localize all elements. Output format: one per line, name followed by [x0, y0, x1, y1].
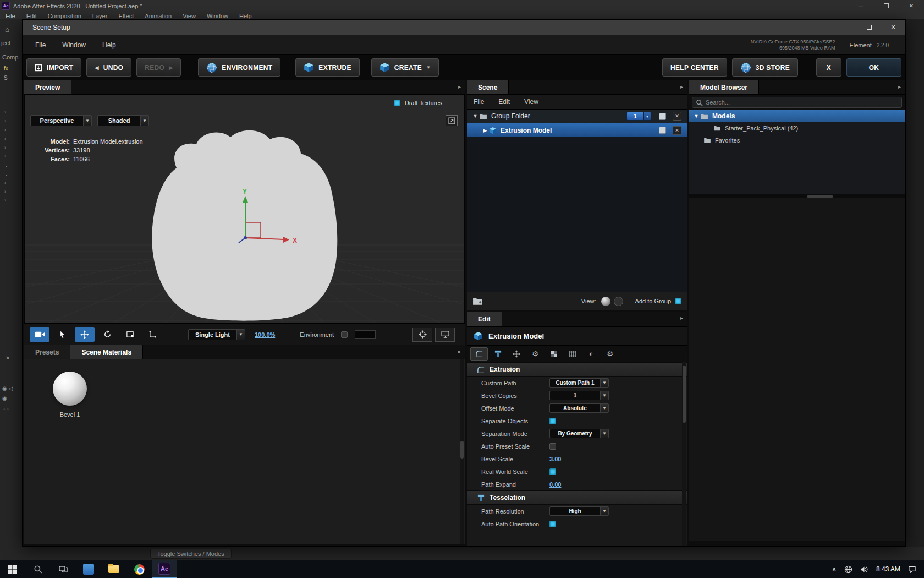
light-mode-dropdown[interactable]: Single Light▼ — [188, 329, 245, 340]
panel-expand-icon[interactable]: ▸ — [458, 348, 461, 355]
transform-tool-button[interactable] — [142, 327, 162, 342]
group-visibility-checkbox[interactable] — [659, 113, 666, 120]
path-expand-value[interactable]: 0.00 — [549, 481, 561, 488]
separation-mode-dropdown[interactable]: By Geometry▼ — [549, 429, 609, 438]
extrude-button[interactable]: EXTRUDE — [295, 58, 359, 77]
ae-close-icon[interactable]: ✕ — [899, 0, 924, 12]
scene-menu-file[interactable]: File — [474, 98, 484, 106]
ae-minimize-icon[interactable]: ─ — [848, 0, 873, 12]
auto-path-orientation-checkbox[interactable] — [549, 521, 556, 527]
camera-tool-button[interactable] — [30, 327, 50, 342]
tab-preview[interactable]: Preview — [24, 80, 72, 94]
task-view-button[interactable] — [51, 560, 76, 578]
ae-menu-composition[interactable]: Composition — [42, 13, 87, 19]
preview-viewport[interactable]: Y X Draft Textures Perspective▼ Shaded▼ — [24, 95, 465, 323]
menu-file[interactable]: File — [27, 41, 54, 49]
action-center-icon[interactable] — [908, 566, 916, 573]
path-resolution-dropdown[interactable]: High▼ — [549, 506, 609, 516]
environment-button[interactable]: ENVIRONMENT — [198, 58, 280, 77]
ae-menu-file[interactable]: File — [0, 13, 21, 19]
after-effects-taskbar-button[interactable]: Ae — [152, 560, 177, 578]
minimize-icon[interactable]: ─ — [833, 20, 857, 35]
tab-model-browser[interactable]: Model Browser — [689, 80, 759, 94]
light-intensity-value[interactable]: 100.0% — [255, 331, 275, 338]
bevel-scale-value[interactable]: 3.00 — [549, 456, 561, 462]
gear-icon[interactable]: ⚙ — [526, 347, 544, 361]
tree-row-group-folder[interactable]: ▼ Group Folder 1▼ ✕ — [467, 110, 687, 123]
draft-textures-checkbox[interactable] — [394, 100, 400, 106]
custom-path-dropdown[interactable]: Custom Path 1▼ — [549, 378, 609, 388]
fullscreen-button[interactable] — [446, 115, 458, 126]
tray-overflow-icon[interactable]: ∧ — [832, 565, 837, 573]
auto-preset-scale-checkbox[interactable] — [549, 443, 556, 450]
offset-mode-dropdown[interactable]: Absolute▼ — [549, 403, 609, 413]
start-button[interactable] — [0, 560, 25, 578]
deform-tool-icon[interactable]: ◐ — [582, 347, 600, 361]
import-button[interactable]: IMPORT — [26, 58, 81, 77]
region-tool-button[interactable] — [120, 327, 140, 342]
settings-gear-icon[interactable]: ⚙ — [601, 347, 619, 361]
speaker-icon[interactable] — [860, 566, 868, 573]
scene-setup-titlebar[interactable]: Scene Setup ─ ✕ — [23, 20, 905, 35]
chevron-expanded-icon[interactable]: ▼ — [692, 113, 700, 119]
tab-presets[interactable]: Presets — [24, 345, 70, 359]
ae-maximize-icon[interactable] — [873, 0, 899, 12]
center-view-button[interactable] — [413, 328, 432, 342]
taskbar-app-button[interactable] — [76, 560, 101, 578]
wireframe-view-button[interactable] — [614, 297, 623, 306]
tab-scene[interactable]: Scene — [467, 80, 509, 94]
menu-window[interactable]: Window — [54, 41, 94, 49]
redo-button[interactable]: REDO▶ — [136, 58, 181, 77]
store-button[interactable]: 3D STORE — [732, 58, 798, 77]
ae-menu-effect[interactable]: Effect — [113, 13, 139, 19]
move-tool-button[interactable] — [75, 327, 95, 342]
ae-menu-layer[interactable]: Layer — [87, 13, 113, 19]
ae-menu-view[interactable]: View — [177, 13, 201, 19]
tab-edit[interactable]: Edit — [467, 312, 502, 326]
material-tool-icon[interactable] — [545, 347, 563, 361]
scene-menu-edit[interactable]: Edit — [498, 98, 510, 106]
chevron-collapsed-icon[interactable]: ▶ — [481, 128, 489, 133]
browser-content-area[interactable] — [689, 198, 905, 541]
browser-hscroll-handle[interactable] — [807, 195, 833, 198]
toggle-switches-button[interactable]: Toggle Switches / Modes — [150, 549, 232, 559]
tree-row-extrusion-model[interactable]: ▶ Extrusion Model ✕ — [467, 123, 687, 137]
file-explorer-button[interactable] — [101, 560, 127, 578]
separate-objects-checkbox[interactable] — [549, 418, 556, 424]
panel-expand-icon[interactable]: ▸ — [458, 84, 461, 90]
tab-scene-materials[interactable]: Scene Materials — [70, 345, 143, 359]
help-center-button[interactable]: HELP CENTER — [662, 58, 727, 77]
chevron-expanded-icon[interactable]: ▼ — [471, 113, 479, 119]
scene-menu-view[interactable]: View — [524, 98, 538, 106]
browser-divider[interactable] — [689, 194, 905, 198]
materials-scrollbar[interactable] — [460, 359, 464, 544]
shading-dropdown[interactable]: Shaded▼ — [97, 115, 149, 126]
ae-menu-help[interactable]: Help — [234, 13, 257, 19]
group-delete-button[interactable]: ✕ — [673, 112, 681, 121]
section-header-extrusion[interactable]: Extrusion — [467, 362, 687, 377]
environment-checkbox[interactable] — [341, 331, 348, 338]
screen-view-button[interactable] — [435, 328, 455, 342]
material-item[interactable]: Bevel 1 — [45, 372, 95, 418]
tree-row-favorites[interactable]: Favorites — [689, 134, 905, 146]
panel-expand-icon[interactable]: ▸ — [680, 315, 683, 321]
select-tool-button[interactable] — [52, 327, 72, 342]
cancel-button[interactable]: X — [816, 58, 842, 77]
taskbar-search-button[interactable] — [25, 560, 51, 578]
panel-expand-icon[interactable]: ▸ — [898, 84, 901, 90]
extruded-model-shape[interactable] — [152, 130, 337, 321]
ok-button[interactable]: OK — [846, 58, 901, 77]
add-to-group-checkbox[interactable] — [675, 298, 681, 304]
menu-help[interactable]: Help — [94, 41, 124, 49]
environment-swatch[interactable] — [355, 330, 376, 339]
ae-menu-edit[interactable]: Edit — [21, 13, 42, 19]
extrude-tool-icon[interactable] — [489, 347, 507, 361]
real-world-scale-checkbox[interactable] — [549, 468, 556, 475]
tree-row-starter-pack[interactable]: Starter_Pack_Physical (42) — [689, 122, 905, 134]
bevel-tool-icon[interactable] — [470, 347, 488, 361]
uv-tool-icon[interactable] — [564, 347, 581, 361]
edit-scrollbar[interactable] — [682, 362, 686, 546]
group-count-dropdown[interactable]: 1▼ — [626, 112, 651, 121]
new-folder-icon[interactable] — [472, 297, 483, 306]
view-mode-dropdown[interactable]: Perspective▼ — [30, 115, 92, 126]
